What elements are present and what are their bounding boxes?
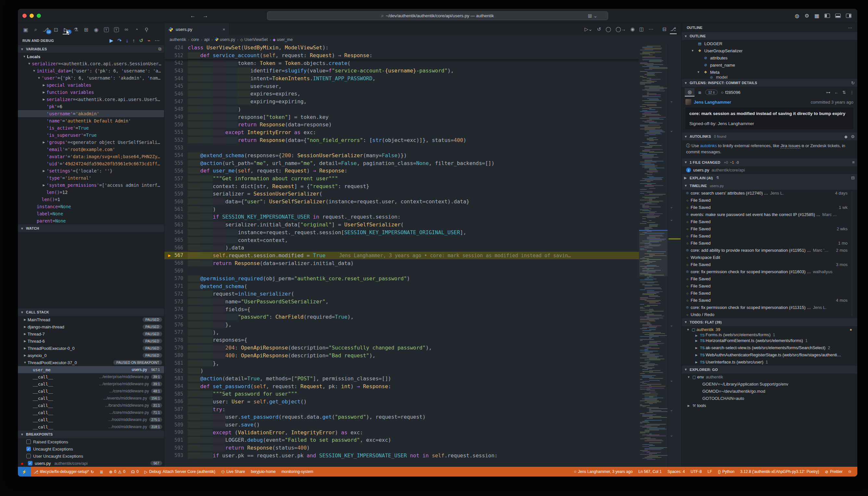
remote-explorer-icon[interactable]: ⊡ xyxy=(52,25,60,34)
line-gutter[interactable]: 593 xyxy=(165,452,188,458)
callstack-frame[interactable]: __call__.../core/middleware.py48:1 xyxy=(18,388,164,395)
line-gutter[interactable]: 546 xyxy=(165,91,188,97)
step-out-icon[interactable]: ↑ xyxy=(133,38,135,44)
tab-users-py[interactable]: users.py × xyxy=(165,23,229,35)
command-center[interactable]: ⌕ ~/dev/authentik/authentik/core/api/use… xyxy=(267,11,608,20)
outline-panel-icon[interactable]: ⎇ xyxy=(670,26,676,32)
callstack-frame[interactable]: __call__.../enterprise/middleware.py39:1 xyxy=(18,373,164,381)
commit-graph-icon[interactable]: ◎ xyxy=(685,88,695,96)
line-gutter[interactable]: 579 xyxy=(165,345,188,351)
line-gutter[interactable]: 581 xyxy=(165,360,188,366)
line-gutter[interactable]: 555 xyxy=(165,160,188,166)
commit-sha[interactable]: f285096 xyxy=(725,90,740,95)
eol[interactable]: LF xyxy=(704,467,715,477)
variable-row[interactable]: 'avatar' = 'data:image/svg+xml;base64,PH… xyxy=(18,153,164,160)
callstack-thread[interactable]: ▶Thread-6PAUSED xyxy=(18,338,164,345)
outline-item[interactable]: ⊘parent_name xyxy=(682,61,857,68)
nav-back-icon[interactable]: ← xyxy=(190,13,196,19)
step-into-icon[interactable]: ↓ xyxy=(126,38,128,44)
line-gutter[interactable]: 562 xyxy=(165,214,188,220)
timeline-item[interactable]: ○File Saved xyxy=(682,290,857,297)
line-gutter[interactable]: 571 xyxy=(165,283,188,289)
variable-row[interactable]: len() = 1 xyxy=(18,196,164,203)
breadcrumb-segment[interactable]: users.py xyxy=(220,37,235,42)
commit-message[interactable]: core: mark session as modified instead o… xyxy=(685,108,853,129)
variable-row[interactable]: label = None xyxy=(18,210,164,217)
line-gutter[interactable]: 559 xyxy=(165,191,188,197)
todo-item[interactable]: ▶TSHorizontalFormElement.ts (web/src/ele… xyxy=(682,337,857,344)
blame-item[interactable]: ○Jens Langhammer, 3 years ago xyxy=(571,467,636,477)
timeline-item[interactable]: ○File Saved xyxy=(682,276,857,283)
line-gutter[interactable]: 561 xyxy=(165,206,188,212)
timeline-item[interactable]: ○File Saved1 wk xyxy=(682,204,857,211)
go-env-var[interactable]: GOTOOLCHAIN=auto xyxy=(682,395,857,402)
callstack-frame[interactable]: __call__.../events/middleware.py156:1 xyxy=(18,395,164,402)
inspect-panel-icon[interactable]: ⊟ xyxy=(662,26,667,32)
line-gutter[interactable]: 544 xyxy=(165,76,188,81)
variable-row[interactable]: ▶special variables xyxy=(18,81,164,89)
line-gutter[interactable]: 560 xyxy=(165,199,188,205)
line-gutter[interactable]: 550 xyxy=(165,122,188,128)
todo-item[interactable]: ▶TSForms.ts (web/src/elements/forms)1 xyxy=(682,333,857,337)
line-gutter[interactable]: 553 xyxy=(165,145,188,151)
line-gutter[interactable]: 588 xyxy=(165,414,188,420)
changed-file-row[interactable]: ± users.py authentik/core/api xyxy=(682,166,857,174)
yaml-schema-icon[interactable]: Y xyxy=(112,25,120,34)
variable-row[interactable]: len() = 12 xyxy=(18,189,164,196)
extensions-icon[interactable]: ⊞ xyxy=(82,25,90,34)
timeline-item[interactable]: ○File Saved xyxy=(682,233,857,240)
file-history-icon[interactable]: 🗈 xyxy=(698,90,702,95)
variable-row[interactable]: ▼'user' = {'pk': 6, 'username': 'akadmin… xyxy=(18,74,164,81)
line-gutter[interactable]: 564 xyxy=(165,229,188,235)
gem-icon[interactable]: ◆ xyxy=(844,134,848,139)
callstack-frame[interactable]: __call__.../root/middleware.py275:1 xyxy=(18,416,164,423)
split-editor-icon[interactable]: ◫ xyxy=(639,26,644,32)
line-gutter[interactable]: ●▶567 xyxy=(165,252,188,258)
callstack-thread[interactable]: ▶Thread-7PAUSED xyxy=(18,330,164,338)
account-icon[interactable]: ◍ xyxy=(795,13,800,19)
callstack-thread[interactable]: ▶ThreadPoolExecutor-0_0PAUSED xyxy=(18,345,164,352)
gitlens-icon[interactable]: ∞ xyxy=(123,25,130,34)
toggle-panel-icon[interactable] xyxy=(835,14,841,18)
timeline-item[interactable]: ○Undo / Redo xyxy=(682,311,857,318)
debug-session-item[interactable]: ▷Debug: Attach Server Core (authentik) xyxy=(142,467,218,477)
variables-section-header[interactable]: ▼ VARIABLES ⧉ xyxy=(18,45,164,53)
comment-icon[interactable]: ⊟ xyxy=(851,175,855,180)
line-gutter[interactable]: 574 xyxy=(165,306,188,312)
callstack-thread[interactable]: ▶asyncio_0PAUSED xyxy=(18,352,164,359)
timeline-item[interactable]: ⌾core: search users' attributes (#12740)… xyxy=(682,190,857,197)
line-gutter[interactable]: 573 xyxy=(165,299,188,305)
callstack-thread[interactable]: ▼ThreadPoolExecutor-37_0PAUSED ON BREAKP… xyxy=(18,359,164,366)
ports-item[interactable]: ☊0 xyxy=(128,467,142,477)
todo-item[interactable]: ▶TSUserInterface.ts (web/src/user)1 xyxy=(682,359,857,366)
more-actions-icon[interactable]: ⋯ xyxy=(648,26,653,32)
timeline-item[interactable]: ⌾events: make sure password set event ha… xyxy=(682,211,857,218)
autolinks-link[interactable]: autolinks xyxy=(700,143,717,148)
line-gutter[interactable]: 575 xyxy=(165,314,188,320)
breadcrumb-segment[interactable]: core xyxy=(191,37,199,42)
layers-item[interactable]: ≣ xyxy=(97,467,106,477)
timeline-item[interactable]: ○File Saved xyxy=(682,283,857,290)
line-gutter[interactable]: 424 xyxy=(165,45,188,51)
line-gutter[interactable]: 569 xyxy=(165,268,188,274)
line-gutter[interactable]: 584 xyxy=(165,383,188,389)
commit-author-link[interactable]: Jens Langhammer xyxy=(694,100,731,105)
variable-row[interactable]: ▶'groups' = <generator object UserSelfSe… xyxy=(18,139,164,146)
continue-icon[interactable]: ▶ xyxy=(109,38,113,44)
line-gutter[interactable]: 582 xyxy=(165,368,188,374)
variable-row[interactable]: ▼initial_data = {'user': {'pk': 6, 'user… xyxy=(18,67,164,74)
close-tab-icon[interactable]: × xyxy=(222,27,225,32)
line-gutter[interactable]: 583 xyxy=(165,375,188,381)
callstack-frame[interactable]: __call__.../brands/middleware.py31:1 xyxy=(18,402,164,409)
cursor-position[interactable]: Ln 567, Col 1 xyxy=(635,467,664,477)
outline-item[interactable]: ▼❖Meta xyxy=(682,68,857,76)
timeline-item[interactable]: ○File Saved xyxy=(682,218,857,226)
variable-row[interactable]: parent = None xyxy=(18,217,164,224)
timeline-item[interactable]: ○File Saved4 mos xyxy=(682,297,857,304)
line-gutter[interactable]: 585 xyxy=(165,391,188,397)
line-gutter[interactable]: 586 xyxy=(165,399,188,404)
breadcrumb[interactable]: authentik›core›api›users.py›◇UserViewSet… xyxy=(165,35,681,44)
run-python-dropdown-icon[interactable]: ▷⌄ xyxy=(585,26,592,32)
breakpoint-item[interactable]: User Uncaught Exceptions xyxy=(18,452,164,460)
gear-icon[interactable]: ⚙ xyxy=(851,134,855,139)
